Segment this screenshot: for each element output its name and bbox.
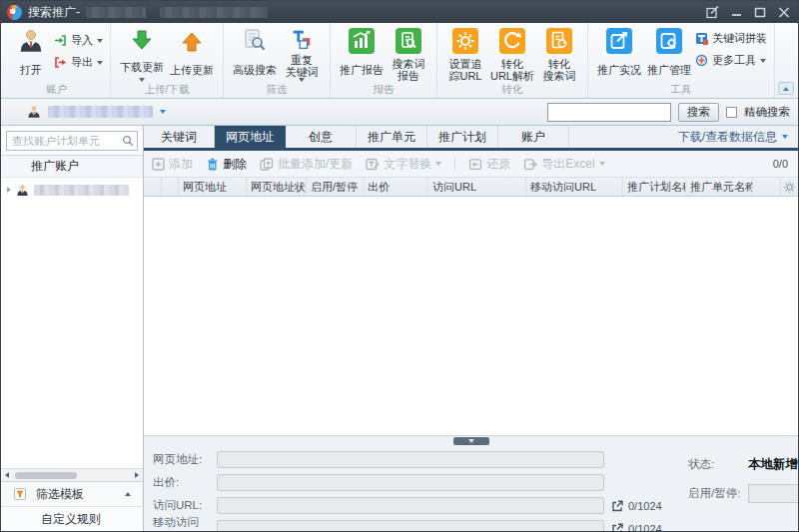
account-tree-item[interactable] (1, 178, 143, 202)
live-share-tile-icon (606, 28, 632, 54)
account-search-row: 搜索 精确搜索 (1, 99, 798, 126)
scroll-right-icon[interactable] (135, 472, 139, 478)
ribbon-toolbar: 打开 导入 导出 账户 下载更新 (1, 23, 798, 99)
user-icon (27, 105, 41, 119)
column-header-visit-url[interactable]: 访问URL (428, 178, 526, 196)
more-tools-button[interactable]: 更多工具 (695, 53, 767, 68)
collapse-up-icon[interactable] (125, 492, 131, 496)
horizontal-scrollbar[interactable] (1, 468, 143, 481)
column-header-campaign-name[interactable]: 推广计划名称 (623, 178, 686, 196)
download-view-data-link[interactable]: 下载/查看数据信息 (678, 126, 798, 148)
exact-search-label: 精确搜索 (744, 105, 790, 120)
scroll-left-icon[interactable] (5, 472, 9, 478)
conversion-url-parse-button[interactable]: 转化 URL解析 (488, 26, 536, 84)
export-excel-button: 导出Excel (523, 156, 604, 173)
delete-button[interactable]: 删除 (206, 156, 247, 173)
doc-refresh-tile-icon (546, 28, 572, 54)
column-header-enable-pause[interactable]: 启用/暂停 (307, 178, 364, 196)
conversion-search-term-button[interactable]: 转化 搜索词 (538, 26, 580, 84)
restore-icon (468, 158, 482, 171)
minimize-button[interactable] (731, 6, 742, 19)
ribbon-collapse-button[interactable] (778, 82, 794, 95)
trash-icon (206, 158, 219, 171)
maximize-button[interactable] (754, 6, 766, 19)
duplicate-keyword-icon (289, 28, 315, 52)
bid-field (217, 474, 604, 491)
enable-pause-label: 启用/暂停: (688, 486, 748, 501)
search-input[interactable] (547, 103, 671, 122)
export-excel-icon (523, 158, 537, 171)
account-dropdown-icon[interactable] (160, 110, 166, 114)
export-button[interactable]: 导出 (54, 55, 103, 70)
chevron-down-icon (760, 59, 766, 63)
external-link-icon (611, 523, 623, 532)
redacted-account-name (34, 185, 129, 196)
mobile-url-counter: 0/1024 (628, 523, 662, 532)
row-status-column (162, 178, 179, 196)
plus-circle-icon (695, 54, 708, 67)
feedback-edit-button[interactable] (706, 6, 719, 19)
set-tracking-url-button[interactable]: 设置追 踪URL (444, 26, 486, 84)
document-search-icon (242, 28, 268, 54)
promotion-manage-button[interactable]: 推广管理 (645, 26, 693, 84)
open-visit-url-button[interactable] (611, 500, 623, 512)
sidebar-item-filter-template[interactable]: 筛选模板 (1, 481, 143, 506)
tab-creatives[interactable]: 创意 (286, 126, 357, 148)
batch-add-update-button: 批量添加/更新 (260, 156, 353, 173)
tab-webpage-url[interactable]: 网页地址 (215, 126, 286, 148)
exact-search-checkbox[interactable] (726, 107, 737, 118)
tab-campaigns[interactable]: 推广计划 (427, 126, 498, 148)
mobile-url-field-label: 移动访问URL: (153, 515, 217, 531)
panel-splitter[interactable] (144, 435, 798, 445)
column-header-url-status[interactable]: 网页地址状态 (247, 178, 307, 196)
window-title: 搜索推广- (28, 4, 80, 21)
column-header-url[interactable]: 网页地址 (179, 178, 247, 196)
scrollbar-thumb[interactable] (15, 472, 77, 479)
keyword-assembly-icon (695, 32, 708, 45)
bid-field-label: 出价: (153, 475, 217, 490)
account-tree-search-input[interactable] (6, 131, 138, 151)
chevron-down-icon (299, 78, 305, 82)
tab-ad-groups[interactable]: 推广单元 (357, 126, 427, 148)
open-mobile-url-button[interactable] (611, 523, 623, 532)
column-header-mobile-url[interactable]: 移动访问URL (526, 178, 623, 196)
column-header-bid[interactable]: 出价 (364, 178, 428, 196)
expand-arrow-icon[interactable] (7, 187, 11, 193)
import-button[interactable]: 导入 (54, 33, 103, 48)
tree-header: 推广账户 (1, 155, 143, 178)
collapse-panel-button[interactable] (453, 437, 489, 445)
gear-icon (783, 181, 796, 194)
table-header: 网页地址 网页地址状态 启用/暂停 出价 访问URL 移动访问URL 推广计划名… (144, 178, 798, 197)
promotion-live-button[interactable]: 推广实况 (595, 26, 643, 84)
url-field-label: 网页地址: (153, 452, 217, 467)
tab-keywords[interactable]: 关键词 (144, 126, 215, 148)
add-icon (152, 158, 165, 171)
status-value: 本地新增 (748, 456, 798, 473)
column-header-adgroup-name[interactable]: 推广单元名称 (686, 178, 753, 196)
keyword-assembly-button[interactable]: 关键词拼装 (695, 31, 767, 46)
open-account-button[interactable]: 打开 (10, 26, 52, 84)
promotion-report-button[interactable]: 推广报告 (338, 26, 386, 84)
download-arrow-icon (129, 28, 155, 54)
bar-chart-icon (349, 28, 375, 54)
search-term-report-button[interactable]: 搜索词 报告 (388, 26, 429, 84)
advanced-search-button[interactable]: 高级搜索 (231, 26, 279, 84)
chevron-down-icon (435, 162, 441, 166)
visit-url-counter: 0/1024 (628, 500, 662, 512)
column-settings-button[interactable] (780, 178, 798, 196)
table-body-empty (144, 197, 798, 435)
tab-account[interactable]: 账户 (498, 126, 569, 148)
ribbon-group-tools: 推广实况 推广管理 关键词拼装 更多工具 工具 (588, 23, 775, 98)
download-update-button[interactable]: 下载更新 (118, 26, 166, 84)
sidebar-item-custom-rules[interactable]: 自定义规则 (1, 506, 143, 531)
close-button[interactable] (778, 6, 790, 19)
visit-url-field-label: 访问URL: (153, 498, 217, 513)
duplicate-keywords-button[interactable]: 重复 关键词 (281, 26, 323, 84)
export-icon (54, 56, 67, 69)
ribbon-group-filter: 高级搜索 重复 关键词 筛选 (224, 23, 331, 98)
search-icon (122, 135, 134, 147)
upload-update-button[interactable]: 上传更新 (168, 26, 216, 84)
add-button: 添加 (152, 156, 193, 173)
search-button[interactable]: 搜索 (678, 103, 719, 122)
url-field (217, 451, 604, 468)
